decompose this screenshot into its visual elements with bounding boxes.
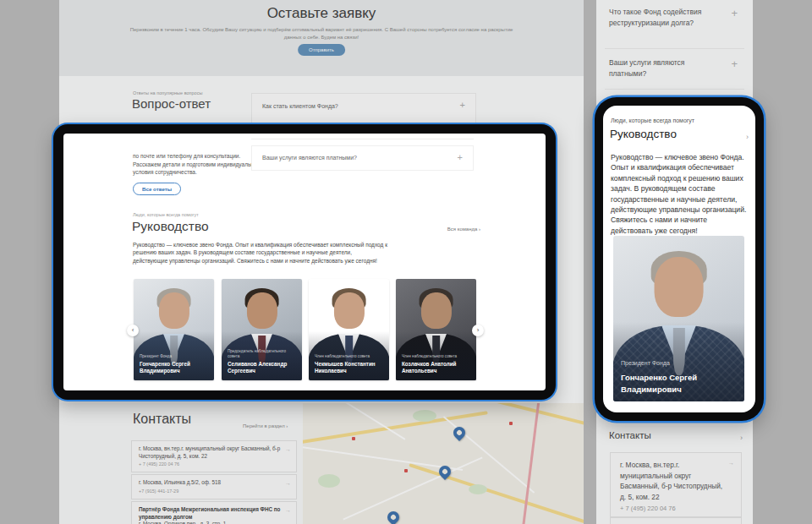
mobile-contacts-title: Контакты [609,430,651,440]
contact-card[interactable]: г. Москва, вн.тер.г. муниципальный округ… [131,440,297,472]
map-park [318,474,340,488]
map-pin[interactable] [451,424,468,441]
carousel-next-button[interactable]: › [472,325,484,336]
map-metro-marker [352,437,355,440]
mobile-contact-card[interactable]: г. Москва, вн.тер.г. муниципальный округ… [610,452,742,517]
arrow-right-icon: → [285,507,291,513]
laptop-screen: по почте или телефону для консультации. … [63,134,546,390]
contacts-goto-link[interactable]: Перейти в раздел › [243,423,288,428]
faq-description: по почте или телефону для консультации. … [133,152,266,177]
faq-item-services-paid[interactable]: Ваши услуги являются платными? + [251,145,474,171]
faq-title: Вопрос-ответ [132,96,211,111]
map-park [469,484,487,494]
portrait-head [333,292,364,329]
portrait-head [654,257,704,317]
team-member-card[interactable]: Президент Фонда Гончаренко Сергей Владим… [613,236,744,401]
team-title: Руководство [610,128,677,140]
divider [605,48,744,49]
carousel-prev-button[interactable]: ‹ [127,325,139,336]
map-metro-marker [404,469,408,472]
contact-address: г. Москва, Орликов пер., д. 3, стр. 1 [139,521,283,524]
phone-device-frame: Люди, которые всегда помогут Руководство… [595,97,764,421]
member-role: Президент Фонда [621,360,670,366]
divider [251,139,474,139]
portrait-head [246,292,277,329]
member-name: Гончаренко Сергей Владимирович [140,361,211,375]
faq-question: Как стать клиентом Фонда? [262,103,338,109]
member-name: Гончаренко Сергей Владимирович [621,372,729,395]
request-subtitle: Перезвоним в течение 1 часа. Обсудим Ваш… [123,26,520,41]
faq-item-how-to-become-client[interactable]: Как стать клиентом Фонда? + [251,93,476,127]
map-park [413,410,436,422]
map-road [409,463,584,524]
team-member-card[interactable]: Член наблюдательного совета Чекмышев Кон… [309,279,389,380]
plus-icon[interactable]: + [460,100,465,110]
map-metro-marker [509,422,513,425]
team-description: Руководство — ключевое звено Фонда. Опыт… [611,152,749,236]
map-pin[interactable] [385,509,402,524]
contact-phone: +7 (915) 441-17-29 [139,489,283,494]
send-request-button[interactable]: Отправить [298,44,345,56]
arrow-right-icon: → [285,480,291,486]
member-role: Член наблюдательного совета [315,354,386,359]
contacts-section: Контакты Перейти в раздел › г. Москва, в… [59,403,584,524]
chevron-right-icon[interactable]: › [746,133,749,141]
contact-phone: + 7 (495) 220 04 76 [139,461,283,467]
team-title: Руководство [132,219,209,234]
contacts-title: Контакты [133,412,191,427]
faq-question: Ваши услуги являются платными? [262,155,357,161]
map[interactable] [303,403,584,524]
team-member-card[interactable]: Президент Фонда Гончаренко Сергей Владим… [134,279,214,380]
arrow-right-icon: → [285,446,291,452]
contact-address: г. Москва, вн.тер.г. муниципальный округ… [620,460,726,502]
faq-eyebrow: Ответы на популярные вопросы [133,90,202,96]
plus-icon[interactable]: + [731,57,738,70]
laptop-device-frame: по почте или телефону для консультации. … [53,124,556,400]
portrait-head [420,292,451,329]
map-road [303,445,463,471]
plus-icon[interactable]: + [458,152,463,162]
member-role: Президент Фонда [140,354,211,359]
team-eyebrow: Люди, которые всегда помогут [611,117,694,123]
contact-card[interactable]: г. Москва, Ильинка д.5/2, оф. 518 +7 (91… [131,474,297,499]
member-role: Член наблюдательного совета [402,354,473,359]
request-section: Оставьте заявку Перезвоним в течение 1 ч… [59,0,584,76]
contact-address: г. Москва, вн.тер.г. муниципальный округ… [139,445,283,460]
team-description: Руководство — ключевое звено Фонда. Опыт… [133,241,388,265]
all-answers-button[interactable]: Все ответы [133,183,181,195]
team-member-card[interactable]: Председатель наблюдательного совета Сели… [222,279,302,380]
mobile-faq-item[interactable]: Что такое Фонд содействия реструктуризац… [609,7,712,29]
member-name: Селиванов Александр Сергеевич [228,361,299,375]
all-team-link[interactable]: Вся команда › [447,227,480,232]
presentation-canvas: Оставьте заявку Перезвоним в течение 1 ч… [0,0,812,524]
contact-partner-name: Партнёр Фонда Межрегиональная инспекция … [139,506,283,521]
phone-screen: Люди, которые всегда помогут Руководство… [603,106,755,412]
member-name: Чекмышев Константин Николаевич [315,361,386,375]
contact-phone: + 7 (495) 220 04 76 [620,505,726,512]
contacts-goto-label: Перейти в раздел [243,423,285,428]
mobile-contact-card[interactable] [610,517,742,524]
arrow-right-icon: → [728,460,734,466]
mobile-faq-item[interactable]: Ваши услуги являются платными? [609,57,712,79]
request-title: Оставьте заявку [59,5,584,22]
contact-card-partner[interactable]: Партнёр Фонда Межрегиональная инспекция … [131,501,297,524]
team-eyebrow: Люди, которые всегда помогут [133,212,199,217]
member-role: Председатель наблюдательного совета [228,349,299,359]
divider [605,89,744,90]
team-member-card[interactable]: Член наблюдательного совета Козлачков Ан… [396,279,476,380]
all-team-label: Вся команда [447,227,478,232]
plus-icon[interactable]: + [731,7,738,19]
chevron-right-icon[interactable]: › [740,434,743,442]
member-name: Козлачков Анатолий Анатольевич [402,361,473,375]
chevron-right-icon: › [479,227,480,232]
contact-address: г. Москва, Ильинка д.5/2, оф. 518 [139,479,283,487]
portrait-head [158,292,189,329]
chevron-right-icon: › [286,423,288,428]
map-road [457,403,584,430]
map-road [319,403,406,440]
